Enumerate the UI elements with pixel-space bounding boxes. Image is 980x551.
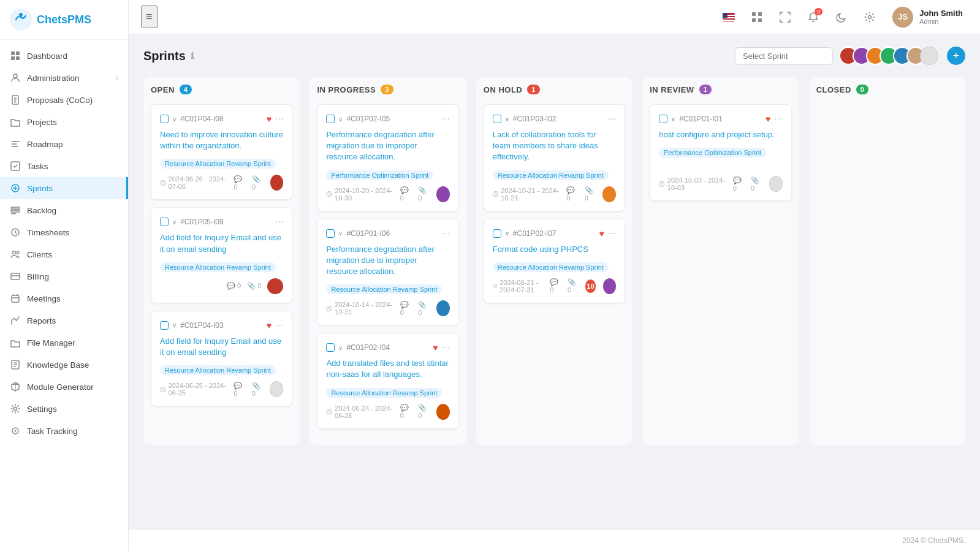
meetings-icon <box>10 293 21 304</box>
column-onhold: ON HOLD 1 ∨ #C01P03-I02 ··· Lack of coll… <box>476 77 632 445</box>
card-id: #C01P01-I06 <box>346 229 438 238</box>
priority-icon: ♥ <box>599 229 604 238</box>
clock-icon <box>160 180 166 186</box>
logo[interactable]: ChetsPMS <box>0 0 128 40</box>
sidebar-item-clients[interactable]: Clients <box>0 243 128 265</box>
card-tag: Resource Allocation Revamp Sprint <box>160 262 276 272</box>
page-title: Sprints ℹ <box>143 49 194 63</box>
card-id: #C01P02-I04 <box>346 343 429 352</box>
card-header: ∨ #C01P01-I06 ··· <box>326 228 449 239</box>
chevron-icon: ∨ <box>671 116 675 123</box>
svg-rect-21 <box>12 295 19 302</box>
card-checkbox[interactable] <box>326 343 335 352</box>
attachment-count: 📎 0 <box>247 282 261 290</box>
card-checkbox[interactable] <box>160 115 169 123</box>
sidebar-item-knowledge-base[interactable]: Knowledge Base <box>0 354 128 376</box>
apps-button[interactable] <box>746 7 767 28</box>
card-title: Add field for Inquiry Email and use it o… <box>160 336 283 358</box>
sidebar-item-backlog[interactable]: Backlog <box>0 199 128 221</box>
card-more-button[interactable]: ··· <box>275 320 283 331</box>
column-count-onhold: 1 <box>527 85 540 94</box>
sidebar-item-administration[interactable]: Administration › <box>0 67 128 89</box>
card-date: 2024-10-20 - 2024-10-30 <box>326 187 400 202</box>
user-profile[interactable]: JS John Smith Admin <box>887 4 968 30</box>
sidebar-item-billing[interactable]: Billing <box>0 265 128 287</box>
sidebar-item-module-generator[interactable]: Module Generator <box>0 376 128 398</box>
card-c01p03-i02[interactable]: ∨ #C01P03-I02 ··· Lack of collaboration … <box>484 104 625 211</box>
sidebar-item-dashboard[interactable]: Dashboard <box>0 45 128 67</box>
card-checkbox[interactable] <box>160 218 169 226</box>
card-tag: Resource Allocation Revamp Sprint <box>493 262 609 272</box>
chevron-icon: ∨ <box>172 322 177 329</box>
card-tag: Performance Optimization Sprint <box>659 148 766 158</box>
sprint-select-input[interactable] <box>735 47 833 65</box>
card-meta: 💬 0 📎 0 <box>733 176 783 192</box>
svg-rect-40 <box>758 12 762 16</box>
sidebar-item-label: Projects <box>27 118 57 127</box>
card-checkbox[interactable] <box>160 321 169 330</box>
card-checkbox[interactable] <box>659 115 667 123</box>
sidebar-item-file-manager[interactable]: File Manager <box>0 332 128 354</box>
sidebar-item-timesheets[interactable]: Timesheets <box>0 221 128 243</box>
card-date: 2024-06-21 - 2024-07-31 <box>493 279 550 294</box>
card-header: ∨ #C01P02-I05 ··· <box>326 113 449 124</box>
column-inreview: IN REVIEW 1 ∨ #C01P01-I01 ♥ ··· host con… <box>642 77 799 445</box>
sprints-header: Sprints ℹ + <box>143 47 965 65</box>
notification-button[interactable]: 0 <box>803 7 824 28</box>
svg-rect-19 <box>11 273 20 279</box>
card-more-button[interactable]: ··· <box>608 228 616 239</box>
settings-button[interactable] <box>859 7 880 28</box>
sidebar-item-proposals[interactable]: Proposals (CoCo) <box>0 89 128 111</box>
document-icon <box>10 94 21 105</box>
card-c01p01-i01[interactable]: ∨ #C01P01-I01 ♥ ··· host configure and p… <box>650 104 791 201</box>
language-selector[interactable] <box>718 7 739 28</box>
card-c01p02-i07[interactable]: ∨ #C01P02-I07 ♥ ··· Format code using PH… <box>484 219 625 303</box>
sidebar-navigation: Dashboard Administration › Proposals (Co… <box>0 40 128 551</box>
topbar: ≡ 0 <box>129 0 980 34</box>
user-role: Admin <box>919 18 963 25</box>
card-c01p05-i09[interactable]: ∨ #C01P05-I09 ··· Add field for Inquiry … <box>151 207 292 303</box>
comment-count: 💬 0 <box>234 175 246 191</box>
card-checkbox[interactable] <box>326 229 335 238</box>
sidebar-item-label: Billing <box>27 272 49 281</box>
card-more-button[interactable]: ··· <box>441 113 449 124</box>
comment-count: 💬 0 <box>550 278 561 294</box>
card-checkbox[interactable] <box>493 229 501 238</box>
card-c01p04-i03[interactable]: ∨ #C01P04-I03 ♥ ··· Add field for Inquir… <box>151 311 292 406</box>
card-more-button[interactable]: ··· <box>441 342 449 353</box>
add-member-button[interactable]: + <box>947 47 965 65</box>
card-title: Add translated files and test stintar no… <box>326 358 449 380</box>
card-more-button[interactable]: ··· <box>608 113 616 124</box>
card-more-button[interactable]: ··· <box>275 216 283 227</box>
sidebar-item-reports[interactable]: Reports <box>0 310 128 332</box>
svg-rect-2 <box>11 51 15 55</box>
card-checkbox[interactable] <box>326 115 335 123</box>
card-c01p02-i04[interactable]: ∨ #C01P02-I04 ♥ ··· Add translated files… <box>317 333 458 428</box>
sidebar-item-roadmap[interactable]: Roadmap <box>0 133 128 155</box>
card-tag: Resource Allocation Revamp Sprint <box>326 284 442 294</box>
logo-icon <box>10 9 32 31</box>
apps-grid-icon <box>751 12 762 23</box>
sidebar-item-task-tracking[interactable]: Task Tracking <box>0 420 128 442</box>
chevron-icon: ∨ <box>338 230 343 237</box>
hamburger-button[interactable]: ≡ <box>141 6 158 28</box>
roadmap-icon <box>10 139 21 150</box>
sidebar-item-settings[interactable]: Settings <box>0 398 128 420</box>
card-c01p01-i06[interactable]: ∨ #C01P01-I06 ··· Performance degradatio… <box>317 219 458 326</box>
card-more-button[interactable]: ··· <box>774 113 782 124</box>
svg-rect-38 <box>723 13 727 18</box>
info-icon[interactable]: ℹ <box>191 51 194 61</box>
sidebar-item-meetings[interactable]: Meetings <box>0 287 128 310</box>
sidebar-item-tasks[interactable]: Tasks <box>0 155 128 177</box>
dark-mode-button[interactable] <box>831 7 852 28</box>
card-more-button[interactable]: ··· <box>275 113 283 124</box>
column-count-inreview: 1 <box>699 85 712 94</box>
backlog-icon <box>10 205 21 216</box>
fullscreen-button[interactable] <box>775 7 796 28</box>
card-c01p02-i05[interactable]: ∨ #C01P02-I05 ··· Performance degradatio… <box>317 104 458 211</box>
sidebar-item-projects[interactable]: Projects <box>0 111 128 133</box>
card-checkbox[interactable] <box>493 115 501 123</box>
card-more-button[interactable]: ··· <box>441 228 449 239</box>
sidebar-item-sprints[interactable]: Sprints <box>0 177 128 199</box>
card-c01p04-i08[interactable]: ∨ #C01P04-I08 ♥ ··· Need to improve inno… <box>151 104 292 200</box>
